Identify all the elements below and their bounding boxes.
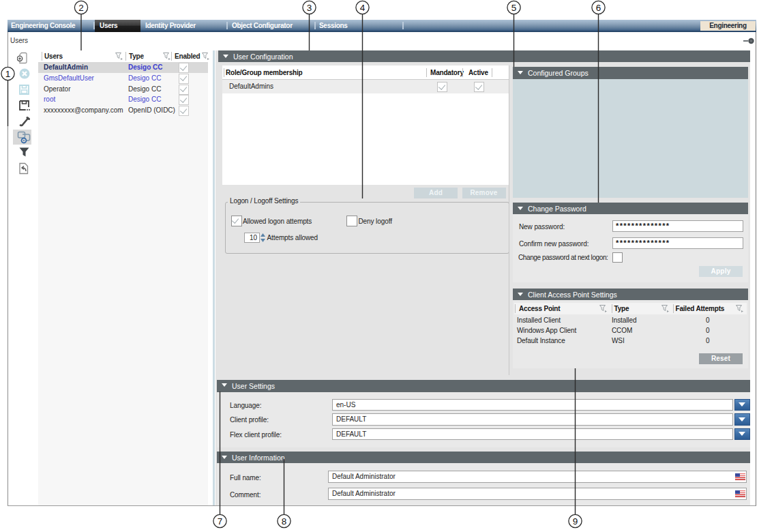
svg-text:6: 6	[596, 3, 601, 13]
svg-text:3: 3	[307, 3, 312, 13]
svg-text:9: 9	[573, 516, 578, 527]
svg-text:2: 2	[78, 3, 84, 13]
svg-text:5: 5	[511, 3, 517, 13]
svg-text:7: 7	[218, 516, 223, 527]
svg-text:8: 8	[282, 516, 287, 527]
svg-text:1: 1	[5, 69, 11, 79]
svg-text:4: 4	[360, 3, 366, 13]
